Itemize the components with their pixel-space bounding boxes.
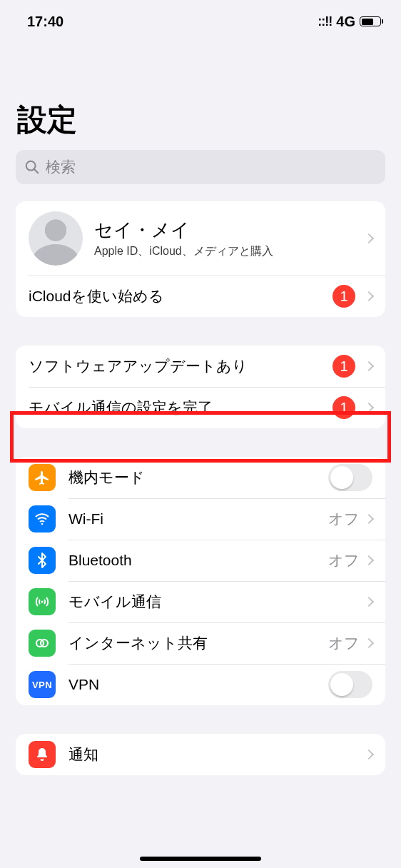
row-value: オフ: [328, 550, 360, 570]
search-input[interactable]: 検索: [16, 150, 385, 184]
row-label: モバイル通信の設定を完了: [29, 398, 333, 418]
search-placeholder: 検索: [46, 157, 76, 177]
chevron-right-icon: [364, 597, 374, 607]
chevron-right-icon: [364, 403, 374, 413]
row-label: ソフトウェアアップデートあり: [29, 356, 333, 376]
avatar: [29, 211, 83, 266]
status-time: 17:40: [27, 14, 64, 30]
profile-section: セイ・メイ Apple ID、iCloud、メディアと購入 iCloudを使い始…: [16, 201, 385, 317]
profile-name: セイ・メイ: [94, 218, 354, 243]
home-indicator[interactable]: [140, 857, 261, 861]
airplane-toggle[interactable]: [328, 464, 372, 491]
chevron-right-icon: [364, 514, 374, 524]
chevron-right-icon: [364, 291, 374, 301]
airplane-icon: [29, 464, 56, 491]
notification-badge: 1: [333, 355, 355, 378]
bluetooth-icon: [29, 547, 56, 574]
row-label: Bluetooth: [68, 552, 328, 569]
page-title: 設定: [0, 34, 401, 150]
svg-line-1: [34, 169, 38, 173]
row-label: VPN: [68, 676, 328, 693]
notifications-row[interactable]: 通知: [16, 734, 385, 775]
network-label: 4G: [336, 14, 355, 30]
svg-point-2: [41, 523, 44, 525]
chevron-right-icon: [364, 233, 374, 243]
chevron-right-icon: [364, 555, 374, 565]
wifi-icon: [29, 505, 56, 533]
cellular-setup-row[interactable]: モバイル通信の設定を完了 1: [16, 387, 385, 428]
chevron-right-icon: [364, 638, 374, 648]
software-update-row[interactable]: ソフトウェアアップデートあり 1: [16, 345, 385, 387]
hotspot-icon: [29, 630, 56, 657]
notification-badge: 1: [333, 396, 355, 419]
svg-point-3: [41, 601, 44, 603]
vpn-row[interactable]: VPN VPN: [16, 664, 385, 705]
search-icon: [24, 159, 40, 175]
notifications-icon: [29, 741, 56, 768]
notification-badge: 1: [333, 285, 355, 308]
signal-icon: ::!!: [318, 14, 332, 29]
chevron-right-icon: [364, 750, 374, 760]
profile-text: セイ・メイ Apple ID、iCloud、メディアと購入: [94, 218, 354, 259]
notifications-section: 通知: [16, 734, 385, 775]
wifi-row[interactable]: Wi-Fi オフ: [16, 498, 385, 540]
profile-subtitle: Apple ID、iCloud、メディアと購入: [94, 244, 354, 259]
vpn-toggle[interactable]: [328, 671, 372, 698]
row-value: オフ: [328, 633, 360, 653]
cellular-icon: [29, 588, 56, 615]
row-label: モバイル通信: [68, 592, 365, 612]
row-value: オフ: [328, 509, 360, 529]
icloud-start-row[interactable]: iCloudを使い始める 1: [16, 276, 385, 317]
row-label: インターネット共有: [68, 633, 328, 653]
row-label: iCloudを使い始める: [29, 286, 333, 306]
chevron-right-icon: [364, 361, 374, 371]
battery-icon: [360, 16, 381, 26]
status-right: ::!! 4G: [318, 14, 381, 30]
row-label: 通知: [68, 745, 365, 764]
airplane-mode-row[interactable]: 機内モード: [16, 457, 385, 498]
vpn-icon: VPN: [29, 671, 56, 698]
cellular-row[interactable]: モバイル通信: [16, 581, 385, 622]
hotspot-row[interactable]: インターネット共有 オフ: [16, 622, 385, 664]
profile-row[interactable]: セイ・メイ Apple ID、iCloud、メディアと購入: [16, 201, 385, 276]
connectivity-section: 機内モード Wi-Fi オフ Bluetooth オフ モバイル通信 インターネ…: [16, 457, 385, 705]
row-label: 機内モード: [68, 468, 328, 488]
status-bar: 17:40 ::!! 4G: [0, 0, 401, 34]
alerts-section: ソフトウェアアップデートあり 1 モバイル通信の設定を完了 1: [16, 345, 385, 428]
row-label: Wi-Fi: [68, 510, 328, 528]
bluetooth-row[interactable]: Bluetooth オフ: [16, 540, 385, 581]
